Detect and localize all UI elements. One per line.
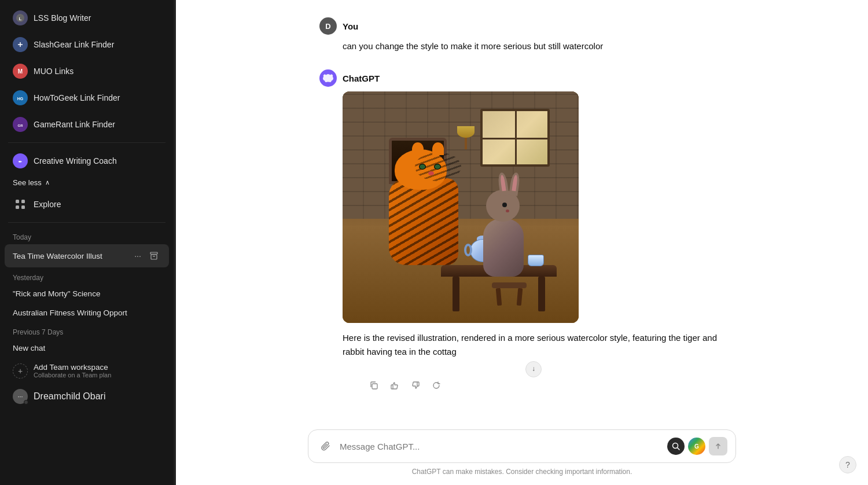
user-message: D You can you change the style to make i… [319,17,724,53]
sidebar-avatar-lss: L [13,10,28,25]
add-workspace-icon: + [13,363,28,379]
help-button[interactable]: ? [839,456,856,473]
disclaimer: ChatGPT can make mistakes. Consider chec… [308,468,736,476]
svg-text:L: L [19,16,22,21]
gpt-message-header: ChatGPT [319,69,724,87]
sidebar-item-lss[interactable]: L LSS Blog Writer [5,5,169,31]
see-less-button[interactable]: See less ∧ [5,175,169,190]
teapot-handle [464,244,472,256]
sidebar-divider-1 [8,142,165,143]
tiger-nose [428,171,434,175]
svg-line-20 [678,448,680,450]
send-button[interactable] [709,437,727,455]
tiger-ear-left [412,142,424,155]
chat-item-new[interactable]: New chat [5,339,169,357]
svg-rect-18 [372,384,377,389]
svg-rect-14 [21,205,25,209]
user-avatar: ··· [13,389,28,404]
chat-item-new-label: New chat [13,344,161,352]
rabbit-eye [502,203,507,207]
stool [492,282,527,288]
sidebar-item-muo-label: MUO Links [34,67,73,76]
lamp [457,126,475,149]
see-less-label: See less [13,178,42,187]
explore-icon [13,197,28,212]
thumbdown-action[interactable] [407,377,424,394]
tiger-eye-left [419,164,426,170]
user-avatar-icon: D [319,17,337,35]
chat-item-today[interactable]: Tea Time Watercolor Illust ··· [5,244,169,267]
main-content: D You can you change the style to make i… [176,0,868,485]
input-area: G ChatGPT can make mistakes. Consider ch… [176,422,868,485]
svg-rect-16 [151,255,157,259]
lamp-shade [457,126,475,138]
user-name: You [343,21,358,31]
svg-rect-15 [150,252,157,254]
rabbit [475,184,532,277]
add-workspace-item[interactable]: + Add Team workspace Collaborate on a Te… [5,358,169,383]
tea-scene-illustration [343,91,579,323]
attach-button[interactable] [317,437,335,455]
sidebar-item-creative[interactable]: ✏ Creative Writing Coach [5,148,169,174]
sidebar-item-slashgear[interactable]: SlashGear Link Finder [5,32,169,57]
rabbit-ear-inner-right [512,175,518,192]
scroll-down-btn[interactable]: ↓ [525,361,542,377]
yesterday-section-label: Yesterday [0,268,174,284]
tiger-stripes [389,178,458,265]
user-profile-item[interactable]: ··· Dreamchild Obari [5,384,169,409]
add-workspace-text: Add Team workspace Collaborate on a Team… [34,363,111,379]
generated-image[interactable] [343,91,579,323]
chat-item-actions: ··· [131,249,161,263]
copy-action[interactable] [366,377,382,394]
gpt-message-content: Here is the revised illustration, render… [343,91,724,394]
sidebar-item-howtogeek-label: HowToGeek Link Finder [34,93,120,102]
input-wrapper: G ChatGPT can make mistakes. Consider ch… [308,429,736,476]
sidebar-item-gamerant-label: GameRant Link Finder [34,120,115,129]
sidebar-avatar-muo: M [13,64,28,79]
chat-area: D You can you change the style to make i… [176,0,868,422]
search-tool-button[interactable] [667,438,685,455]
chatgpt-avatar [319,69,337,87]
sidebar-avatar-slashgear [13,37,28,52]
user-message-content: can you change the style to make it more… [343,39,724,53]
sidebar-item-gamerant[interactable]: GR GameRant Link Finder [5,112,169,137]
sidebar-avatar-creative: ✏ [13,153,28,168]
tiger-eye-right [434,164,441,170]
sidebar-item-howtogeek[interactable]: HG HowToGeek Link Finder [5,85,169,111]
gemini-tool-button[interactable]: G [688,438,705,455]
chevron-up-icon: ∧ [45,179,50,186]
rabbit-body [483,219,524,277]
tiger-ear-right [432,142,444,155]
thumbup-action[interactable] [387,377,403,394]
regenerate-action[interactable] [428,377,444,394]
sidebar-item-muo[interactable]: M MUO Links [5,58,169,84]
svg-text:GR: GR [18,124,24,127]
message-input-box: G [308,429,736,463]
gpt-name: ChatGPT [343,74,380,83]
svg-text:HG: HG [17,97,24,101]
chat-item-rick-morty[interactable]: "Rick and Morty" Science [5,285,169,303]
chat-item-more-btn[interactable]: ··· [131,249,145,263]
sidebar: L LSS Blog Writer SlashGear Link Finder … [0,0,174,485]
user-message-header: D You [319,17,724,35]
svg-rect-13 [16,205,19,209]
tiger-head [395,149,447,190]
svg-rect-11 [16,200,19,203]
rabbit-head [486,190,520,222]
svg-rect-12 [21,200,25,203]
rabbit-ear-inner-left [500,175,506,192]
explore-label: Explore [34,200,61,209]
sidebar-item-slashgear-label: SlashGear Link Finder [34,40,114,49]
svg-text:✏: ✏ [19,160,23,164]
rabbit-nose [506,210,509,212]
sidebar-item-explore[interactable]: Explore [5,192,169,217]
chat-item-today-label: Tea Time Watercolor Illust [13,252,131,260]
chat-item-archive-btn[interactable] [147,249,161,263]
message-container: D You can you change the style to make i… [308,17,736,394]
sidebar-avatar-gamerant: GR [13,117,28,132]
message-actions [366,377,724,394]
chat-item-fitness-label: Australian Fitness Writing Opport [13,308,161,317]
chat-item-fitness[interactable]: Australian Fitness Writing Opport [5,304,169,322]
user-name-label: Dreamchild Obari [34,391,105,402]
message-input[interactable] [340,442,663,451]
